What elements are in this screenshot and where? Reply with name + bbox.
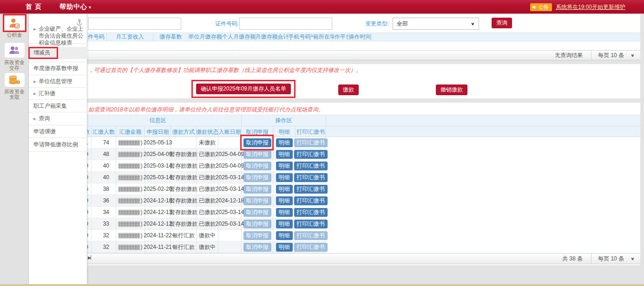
cell-detail: 明细 bbox=[273, 241, 296, 253]
cancel-declare-button[interactable]: 取消申报 bbox=[243, 208, 271, 217]
cell-print: 打印汇缴书 bbox=[296, 218, 326, 229]
detail-button[interactable]: 明细 bbox=[276, 162, 293, 170]
section-divider bbox=[29, 60, 640, 64]
amount-suffix: ) bbox=[141, 197, 143, 204]
cell-declare-date: 2024-12-13 bbox=[145, 207, 171, 218]
t2-col-header-4: 申报日期 bbox=[145, 126, 171, 137]
cell-people: 48 bbox=[92, 149, 116, 160]
menu-item-3[interactable]: 年度缴存基数申报 bbox=[29, 62, 87, 75]
cell-detail: 明细 bbox=[273, 183, 296, 195]
print-button[interactable]: 打印汇缴书 bbox=[294, 185, 328, 194]
print-button[interactable]: 打印汇缴书 bbox=[294, 243, 328, 252]
pay-button[interactable]: 缴款 bbox=[338, 84, 359, 95]
chevron-down-icon: ∨ bbox=[471, 21, 475, 26]
fanggai-withdraw-card[interactable]: ? bbox=[4, 72, 25, 87]
menu-item-7[interactable]: ▶查询 bbox=[29, 112, 87, 125]
menu-item-label: 汇补缴 bbox=[39, 90, 55, 98]
print-button[interactable]: 打印汇缴书 bbox=[294, 196, 328, 205]
table-row: 638)2025-02-20暂存款缴款已缴款2025-03-14取消申报明细打印… bbox=[74, 183, 326, 195]
confirm-declare-button[interactable]: 确认申报2025年09月缴存人员名单 bbox=[196, 84, 291, 94]
cell-amount: ) bbox=[116, 230, 145, 241]
page-size-select[interactable]: 每页 10 条 bbox=[598, 255, 624, 263]
print-button[interactable]: 打印汇缴书 bbox=[294, 162, 328, 170]
menu-item-8[interactable]: 申请缓缴 bbox=[29, 125, 87, 138]
empty-result-text: 无查询结果 bbox=[555, 52, 583, 59]
cancel-declare-button[interactable]: 取消申报 bbox=[243, 243, 271, 252]
menu-item-label: 职工户籍采集 bbox=[33, 102, 67, 110]
search-button[interactable]: 查询 bbox=[492, 18, 512, 28]
cancel-declare-button[interactable]: 取消申报 bbox=[243, 162, 271, 170]
menu-item-inner: 增减员 bbox=[29, 47, 87, 59]
cancel-declare-button[interactable]: 取消申报 bbox=[243, 185, 271, 194]
cell-pay-method: 暂存款缴款 bbox=[171, 183, 197, 195]
chevron-down-icon[interactable]: ∨ bbox=[631, 256, 635, 261]
print-button[interactable]: 打印汇缴书 bbox=[294, 150, 328, 159]
cell-entry-date bbox=[218, 137, 242, 148]
menu-item-9[interactable]: 申请降低缴存比例 bbox=[29, 138, 87, 152]
detail-button[interactable]: 明细 bbox=[276, 208, 293, 217]
table-row: 032)2024-11-22银行汇款缴款中取消申报明细打印汇缴书 bbox=[74, 230, 326, 241]
cell-entry-date bbox=[218, 230, 242, 241]
cancel-declare-button[interactable]: 取消申报 bbox=[243, 220, 271, 228]
cell-people: 36 bbox=[92, 195, 116, 206]
masked-amount bbox=[118, 245, 140, 250]
svg-text:?: ? bbox=[17, 81, 19, 84]
menu-item-5[interactable]: ▶汇补缴 bbox=[29, 88, 87, 100]
nav-home[interactable]: 首 页 bbox=[26, 3, 42, 11]
menu-item-inner: 年度缴存基数申报 bbox=[29, 63, 87, 75]
detail-button[interactable]: 明细 bbox=[276, 196, 293, 205]
basis-adjust-notice: ，可通过首页的【个人缴存基数修改】功能调整职工缴存基数（线上渠道住房公积金年度内… bbox=[88, 66, 361, 74]
amount-suffix: ) bbox=[141, 209, 143, 215]
nav-help-center[interactable]: 帮助中心▾ bbox=[59, 3, 92, 11]
page-size-select[interactable]: 每页 10 条 bbox=[598, 52, 624, 59]
t1-col-header-6: 月缴存额合计 bbox=[256, 33, 289, 41]
table-row: 174)2025-05-13未缴款取消申报明细打印汇缴书 bbox=[74, 137, 326, 149]
detail-button[interactable]: 明细 bbox=[276, 220, 293, 228]
detail-button[interactable]: 明细 bbox=[276, 243, 293, 252]
total-count-text: 共 38 条 bbox=[562, 255, 583, 263]
cell-detail: 明细 bbox=[273, 207, 296, 218]
print-button[interactable]: 打印汇缴书 bbox=[294, 173, 328, 182]
print-button[interactable]: 打印汇缴书 bbox=[294, 208, 328, 217]
cert-number-input[interactable] bbox=[239, 18, 332, 30]
menu-item-1[interactable]: ▶企业破产、企业上市合法合规住房公积金信息核查 bbox=[29, 28, 87, 44]
table-row: 036)2024-12-18暂存款缴款已缴款2024-12-18取消申报明细打印… bbox=[74, 195, 326, 207]
expand-arrow-icon: ▶ bbox=[33, 91, 36, 95]
cell-entry-date: 2025-04-09 bbox=[218, 160, 242, 171]
fanggai-deposit-card[interactable] bbox=[4, 42, 25, 58]
detail-button[interactable]: 明细 bbox=[276, 185, 293, 194]
cell-print: 打印汇缴书 bbox=[296, 160, 326, 171]
people-icon bbox=[8, 44, 21, 56]
detail-button[interactable]: 明细 bbox=[276, 173, 293, 182]
cancel-declare-button[interactable]: 取消申报 bbox=[243, 173, 271, 182]
print-button[interactable]: 打印汇缴书 bbox=[294, 138, 328, 147]
menu-item-2[interactable]: 增减员 bbox=[29, 44, 87, 62]
cell-detail: 明细 bbox=[273, 160, 296, 171]
print-button[interactable]: 打印汇缴书 bbox=[294, 231, 328, 240]
expand-arrow-icon: ▶ bbox=[33, 117, 36, 120]
gongjijin-card[interactable] bbox=[4, 15, 25, 31]
print-button[interactable]: 打印汇缴书 bbox=[294, 220, 328, 228]
cell-pay-status: 缴款中 bbox=[197, 230, 218, 241]
cancel-pay-button[interactable]: 撤销缴款 bbox=[436, 84, 467, 95]
detail-button[interactable]: 明细 bbox=[276, 231, 293, 240]
cancel-declare-button[interactable]: 取消申报 bbox=[243, 231, 271, 240]
cancel-declare-button[interactable]: 取消申报 bbox=[243, 150, 271, 159]
change-type-select[interactable]: 全部 ∨ bbox=[393, 18, 479, 30]
t1-col-header-5: 个人月缴存额 bbox=[222, 33, 256, 41]
cell-print: 打印汇缴书 bbox=[296, 241, 326, 253]
cell-entry-date: 2025-03-14 bbox=[218, 172, 242, 183]
menu-item-4[interactable]: ▶单位信息管理 bbox=[29, 75, 87, 88]
cancel-declare-button[interactable]: 取消申报 bbox=[243, 138, 271, 147]
detail-button[interactable]: 明细 bbox=[276, 150, 293, 159]
chevron-down-icon[interactable]: ∨ bbox=[631, 53, 635, 58]
menu-item-6[interactable]: 职工户籍采集 bbox=[29, 100, 87, 112]
cell-cancel-declare: 取消申报 bbox=[242, 183, 273, 195]
remittance-table-pager: ▶▏ 共 38 条 每页 10 条 ∨ bbox=[29, 253, 640, 264]
cell-amount: ) bbox=[116, 218, 145, 229]
detail-button[interactable]: 明细 bbox=[276, 138, 293, 147]
cancel-declare-button[interactable]: 取消申报 bbox=[243, 196, 271, 205]
scroll-end-icon[interactable]: ▶▏ bbox=[88, 255, 93, 260]
keyword-input[interactable] bbox=[88, 18, 181, 30]
maintenance-notice-link[interactable]: 系统将在19:00开始更新维护 bbox=[556, 3, 625, 11]
